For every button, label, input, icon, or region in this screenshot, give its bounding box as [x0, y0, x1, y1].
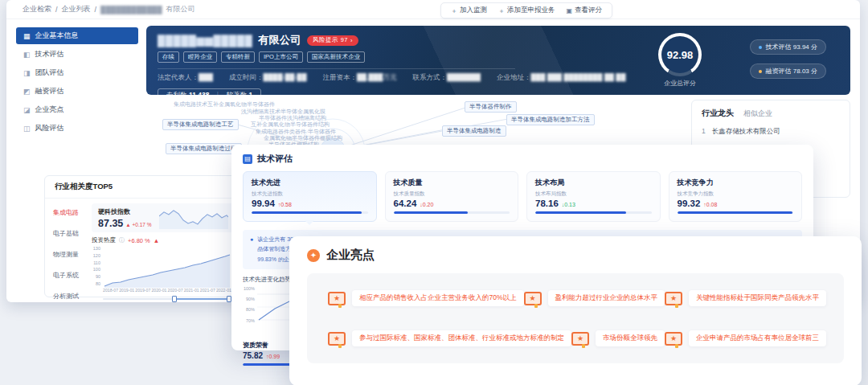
slider-handle-left[interactable] [172, 296, 177, 302]
sidebar-item-label: 企业基本信息 [35, 31, 79, 41]
finance-eval-icon: ◩ [23, 88, 31, 96]
sidebar-item-label: 企业亮点 [35, 104, 64, 115]
tech-eval-icon: ◧ [23, 51, 31, 59]
certificate-star-icon: ★ [524, 292, 542, 305]
finance-score-label: 融资评估 78.03 分 [766, 67, 817, 76]
highlight-item: ★ 企业申请产品的市场占有率位居全球前三 [665, 330, 826, 346]
field-value-redacted: ███████ [447, 73, 481, 81]
metric-card-layout[interactable]: 技术布局 技术布局指数 78.16↓0.13 [526, 171, 661, 222]
add-to-declare-button[interactable]: ＋ 添加至申报业务 [498, 6, 555, 15]
highlight-text: 相应产品的销售收入占企业主营业务收入的70%以上 [352, 290, 524, 306]
field-label: 成立时间： [229, 73, 264, 81]
metric-subtitle: 技术质量指数 [394, 190, 510, 198]
risk-eval-icon: ◫ [23, 125, 31, 133]
divider [158, 68, 515, 69]
tab-electronic-system[interactable]: 电子系统 [53, 271, 90, 280]
field-value-redacted: ███ ███ ████████ ██ ██ [531, 73, 626, 81]
tab-analysis-test[interactable]: 分析测试 [53, 292, 90, 301]
metric-name: 技术先进 [252, 178, 368, 188]
sidebar-item-label: 团队评估 [35, 68, 64, 78]
company-info-row: 法定代表人：███ 成立时间：████-██-██ 注册资本：██,███万元 … [158, 73, 839, 83]
metric-delta: ↓0.13 [562, 202, 575, 207]
chart-icon: ▤ [243, 154, 252, 164]
highlights-window: ✦ 企业亮点 ★ 相应产品的销售收入占企业主营业务收入的70%以上 ★ 盈利能力… [289, 236, 862, 385]
total-score-label: 企业总评分 [658, 79, 702, 88]
metric-value: 78.16 [535, 199, 559, 208]
hardtech-index-box: 硬科技指数 87.35▲ +0.17 % [92, 203, 235, 232]
highlight-text: 市场份额全球领先 [596, 330, 665, 346]
chevron-right-icon: › [350, 37, 353, 44]
tab-industry-leader[interactable]: 行业龙头 [702, 108, 734, 119]
company-name-row: █████▆▆█████ 有限公司 风险提示 97 › [158, 33, 839, 47]
company-header-card: █████▆▆█████ 有限公司 风险提示 97 › 存续 瞪羚企业 专精特新… [146, 26, 850, 95]
tag-status: 存续 [158, 51, 179, 63]
software-copyright-value: 1 [249, 91, 253, 95]
progress-bar [678, 211, 794, 214]
sidebar: ▦ 企业基本信息 ◧ 技术评估 ◨ 团队评估 ◩ 融资评估 ◪ 企业亮点 ◫ 风… [16, 27, 138, 137]
certificate-star-icon: ★ [571, 332, 589, 346]
sidebar-item-risk-eval[interactable]: ◫ 风险评估 [16, 120, 138, 137]
sidebar-item-finance-eval[interactable]: ◩ 融资评估 [16, 83, 138, 100]
field-label: 企业地址： [497, 73, 531, 81]
view-score-button[interactable]: ▣ 查看评分 [567, 6, 603, 15]
relevance-title: 行业相关度TOP5 [45, 176, 243, 199]
patents-value: 11,438 [189, 91, 210, 95]
axis-tick: 120 [92, 253, 100, 258]
metric-subtitle: 技术竞争力指数 [678, 190, 794, 198]
tech-score-pill: 技术评估 93.94 分 [750, 39, 826, 55]
highlight-text: 企业申请产品的市场占有率位居全球前三 [689, 330, 826, 346]
highlight-item: ★ 盈利能力超过行业企业的总体水平 [524, 290, 665, 306]
graph-node-box[interactable]: 半导体集成电路制造过程 [166, 143, 242, 154]
list-item[interactable]: 1 长鑫存储技术有限公司 [702, 127, 840, 137]
axis-tick: 90% [243, 297, 255, 301]
highlight-item: ★ 参与过国际标准、国家标准、团体标准、行业标准或地方标准的制定 [328, 330, 571, 346]
slider-handle-right[interactable] [227, 296, 231, 302]
tab-electronics-basic[interactable]: 电子基础 [53, 229, 90, 238]
sidebar-item-basic-info[interactable]: ▦ 企业基本信息 [16, 27, 138, 44]
certificate-star-icon: ★ [328, 292, 346, 305]
total-score-gauge: 92.98 企业总评分 [658, 33, 702, 88]
add-monitor-button[interactable]: ＋ 加入监测 [451, 6, 487, 15]
breadcrumb-search[interactable]: 企业检索 [23, 4, 51, 14]
highlights-row: ★ 相应产品的销售收入占企业主营业务收入的70%以上 ★ 盈利能力超过行业企业的… [328, 290, 823, 306]
field-value-redacted: ██,███万元 [357, 73, 396, 81]
metric-card-quality[interactable]: 技术质量 技术质量指数 64.24↓0.20 [385, 171, 519, 222]
sub-score-pills: 技术评估 93.94 分 融资评估 78.03 分 [750, 39, 826, 79]
axis-tick: 110 [92, 260, 100, 265]
field-value-redacted: ███ [199, 73, 213, 81]
slider-range[interactable] [174, 298, 229, 300]
plus-icon: ＋ [498, 6, 505, 15]
sidebar-item-team-eval[interactable]: ◨ 团队评估 [16, 64, 138, 81]
certificate-star-icon: ★ [328, 332, 346, 346]
highlights-badge-icon: ✦ [307, 249, 320, 262]
metric-value: 99.94 [252, 199, 275, 208]
metric-card-advanced[interactable]: 技术先进 技术先进指数 99.94↑0.58 [243, 171, 377, 222]
tag-hightech: 国家高新技术企业 [307, 51, 365, 63]
sidebar-item-tech-eval[interactable]: ◧ 技术评估 [16, 46, 138, 63]
risk-alert-label: 风险提示 97 [313, 36, 348, 44]
breadcrumb-list[interactable]: 企业列表 [62, 4, 91, 14]
highlights-header: ✦ 企业亮点 [307, 248, 844, 263]
metric-name: 技术质量 [394, 178, 510, 188]
tab-integrated-circuit[interactable]: 集成电路 [53, 208, 90, 217]
metric-subtitle: 技术布局指数 [535, 190, 652, 198]
sidebar-item-highlights[interactable]: ◪ 企业亮点 [16, 101, 138, 118]
info-icon[interactable]: ⓘ [119, 236, 125, 244]
graph-node-box[interactable]: 半导体集成电路制造工艺 [162, 119, 239, 130]
graph-node-box[interactable]: 半导体集成电路制造加工方法 [506, 114, 595, 125]
graph-node-box[interactable]: 半导体集成电路制造 [442, 125, 506, 137]
metric-card-competitiveness[interactable]: 技术竞争力 技术竞争力指数 99.32↑0.08 [669, 171, 803, 222]
axis-tick: 2019-01 [119, 288, 134, 293]
y-axis-ticks: 1301201101009080 [92, 246, 103, 286]
risk-alert-badge[interactable]: 风险提示 97 › [307, 35, 358, 46]
axis-tick: 130 [92, 246, 100, 251]
metric-delta: ↑0.08 [703, 202, 717, 207]
axis-tick: 90 [92, 274, 100, 279]
tab-similar-companies[interactable]: 相似企业 [743, 109, 772, 119]
metric-value: 75.82 [243, 351, 263, 360]
graph-node-box[interactable]: 半导体器件制作 [465, 101, 517, 113]
certificate-star-icon: ★ [665, 292, 682, 305]
tab-physical-measure[interactable]: 物理测量 [53, 250, 90, 259]
finance-score-pill: 融资评估 78.03 分 [750, 63, 826, 79]
gauge-ring: 92.98 [658, 33, 702, 76]
